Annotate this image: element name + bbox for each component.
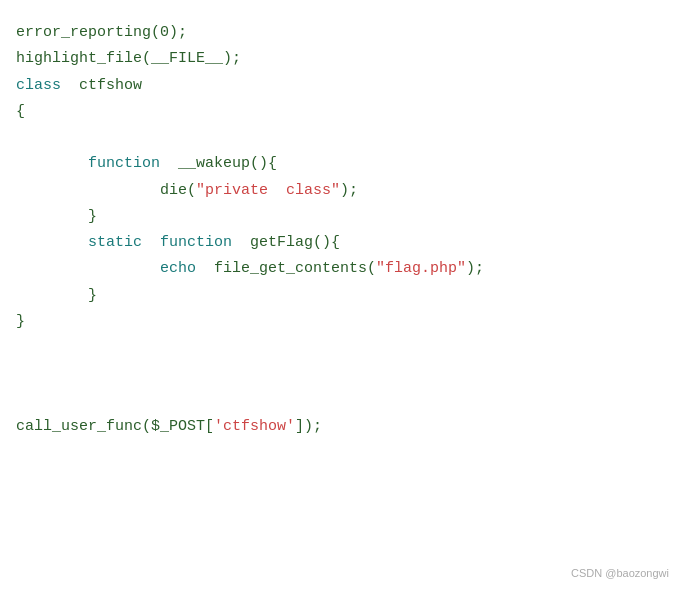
code-line-12: } xyxy=(16,309,669,335)
code-line-10: echo file_get_contents("flag.php"); xyxy=(16,256,669,282)
code-line-7: die("private class"); xyxy=(16,178,669,204)
code-line-14 xyxy=(16,361,669,387)
code-line-8: } xyxy=(16,204,669,230)
code-line-11: } xyxy=(16,283,669,309)
code-container: error_reporting(0); highlight_file(__FIL… xyxy=(0,0,685,595)
code-line-3: class ctfshow xyxy=(16,73,669,99)
code-line-9: static function getFlag(){ xyxy=(16,230,669,256)
code-line-15 xyxy=(16,388,669,414)
code-line-6: function __wakeup(){ xyxy=(16,151,669,177)
code-line-1: error_reporting(0); xyxy=(16,20,669,46)
code-line-16: call_user_func($_POST['ctfshow']); xyxy=(16,414,669,440)
watermark: CSDN @baozongwi xyxy=(571,565,669,583)
code-line-2: highlight_file(__FILE__); xyxy=(16,46,669,72)
code-line-4: { xyxy=(16,99,669,125)
code-line-5 xyxy=(16,125,669,151)
code-line-13 xyxy=(16,335,669,361)
